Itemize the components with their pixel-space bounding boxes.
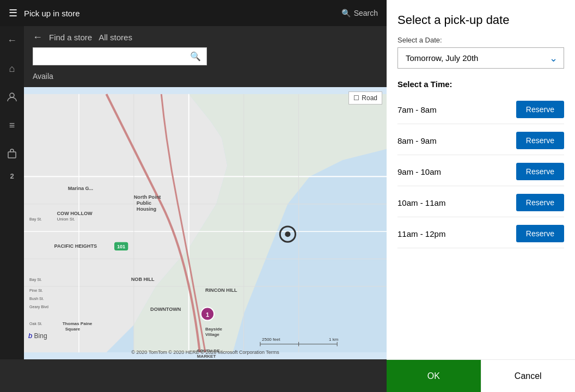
right-panel: Select a pick-up date Select a Date: Tom… — [387, 0, 575, 392]
reserve-button-1[interactable]: Reserve — [516, 132, 564, 149]
svg-text:Bush St.: Bush St. — [29, 297, 44, 301]
reserve-button-0[interactable]: Reserve — [516, 101, 564, 118]
panel-footer: OK Cancel — [387, 359, 575, 392]
search-label: Search — [354, 9, 378, 17]
map-container: 101 Marina G... COW HOLLOW Union St. PAC… — [24, 87, 387, 359]
map-attribution: © 2020 TomTom © 2020 HERE © 2020 Microso… — [24, 350, 387, 355]
svg-text:PACIFIC HEIGHTS: PACIFIC HEIGHTS — [54, 243, 97, 249]
reserve-button-3[interactable]: Reserve — [516, 194, 564, 211]
svg-text:Union St.: Union St. — [57, 217, 75, 222]
time-slot-2: 9am - 10am Reserve — [397, 157, 564, 186]
time-slot-0: 7am - 8am Reserve — [397, 95, 564, 124]
map-background: 101 Marina G... COW HOLLOW Union St. PAC… — [24, 87, 387, 359]
app-title: Pick up in store — [24, 9, 335, 18]
svg-text:Housing: Housing — [137, 206, 156, 212]
map-road-control[interactable]: ☐ Road — [348, 91, 382, 105]
svg-text:North Point: North Point — [134, 194, 161, 200]
date-label: Select a Date: — [397, 36, 564, 44]
time-slot-4-text: 11am - 12pm — [397, 229, 445, 238]
svg-text:Village: Village — [205, 332, 219, 337]
ok-button[interactable]: OK — [387, 360, 481, 392]
main-content: ← ⌂ ≡ 2 ← — [0, 26, 387, 359]
all-stores-link[interactable]: All stores — [99, 33, 132, 42]
svg-text:COW HOLLOW: COW HOLLOW — [57, 211, 93, 216]
svg-text:Bay St.: Bay St. — [29, 217, 42, 222]
time-section-label: Select a Time: — [397, 79, 564, 89]
store-search-icon: 🔍 — [190, 51, 201, 62]
svg-text:Marina G...: Marina G... — [68, 186, 93, 191]
svg-text:2500 feet: 2500 feet — [262, 337, 280, 342]
time-slot-4: 11am - 12pm Reserve — [397, 219, 564, 248]
svg-text:Geary Blvd: Geary Blvd — [29, 305, 48, 309]
bing-icon: b — [28, 332, 32, 340]
time-slot-3: 10am - 11am Reserve — [397, 188, 564, 217]
bing-logo: b Bing — [28, 332, 47, 340]
bing-text: Bing — [34, 332, 47, 340]
nav-links: Find a store All stores — [49, 33, 132, 42]
svg-text:1: 1 — [206, 311, 209, 318]
date-select[interactable]: Tomorrow, July 20th — [397, 47, 564, 69]
time-slots-list: 7am - 8am Reserve 8am - 9am Reserve 9am … — [397, 95, 564, 362]
time-slot-2-text: 9am - 10am — [397, 167, 441, 176]
cancel-button[interactable]: Cancel — [481, 360, 576, 392]
find-store-link[interactable]: Find a store — [49, 33, 92, 42]
panel-title: Select a pick-up date — [397, 13, 564, 27]
sidebar-count: 2 — [10, 172, 14, 180]
svg-text:Square: Square — [65, 327, 81, 332]
store-header: ← Find a store All stores 🔍 Availa — [24, 26, 387, 87]
svg-text:1 km: 1 km — [329, 337, 339, 342]
left-panel: ☰ Pick up in store 🔍 Search ← ⌂ ≡ — [0, 0, 387, 392]
svg-text:Pine St.: Pine St. — [29, 289, 43, 292]
svg-point-45 — [285, 231, 290, 237]
svg-text:DOWNTOWN: DOWNTOWN — [150, 307, 181, 312]
svg-text:Bay St.: Bay St. — [29, 278, 42, 282]
svg-text:Thomas Paine: Thomas Paine — [63, 321, 93, 326]
sidebar-person[interactable] — [2, 87, 22, 107]
svg-text:RINCON HILL: RINCON HILL — [205, 287, 237, 293]
search-icon: 🔍 — [341, 9, 351, 17]
svg-text:LOWER HAIGHT: LOWER HAIGHT — [57, 359, 96, 359]
svg-rect-1 — [8, 152, 16, 158]
date-select-wrapper[interactable]: Tomorrow, July 20th ⌄ — [397, 47, 564, 69]
reserve-button-2[interactable]: Reserve — [516, 163, 564, 180]
sidebar-menu[interactable]: ≡ — [2, 115, 22, 135]
map-svg: 101 Marina G... COW HOLLOW Union St. PAC… — [24, 87, 387, 359]
time-slot-0-text: 7am - 8am — [397, 105, 437, 114]
time-slot-1: 8am - 9am Reserve — [397, 126, 564, 155]
available-label: Availa — [33, 70, 378, 83]
svg-text:Public: Public — [137, 200, 151, 206]
content-area: ← Find a store All stores 🔍 Availa — [24, 26, 387, 359]
sidebar: ← ⌂ ≡ 2 — [0, 26, 24, 359]
sidebar-back[interactable]: ← — [2, 30, 22, 50]
sidebar-home[interactable]: ⌂ — [2, 59, 22, 78]
road-label: Road — [362, 94, 377, 102]
hamburger-icon[interactable]: ☰ — [9, 7, 17, 19]
reserve-button-4[interactable]: Reserve — [516, 225, 564, 242]
svg-point-0 — [10, 93, 14, 97]
svg-text:Oak St.: Oak St. — [29, 322, 42, 326]
svg-text:101: 101 — [117, 244, 125, 249]
store-nav: ← Find a store All stores — [33, 32, 378, 43]
search-area: 🔍 Search — [341, 9, 378, 17]
time-slot-1-text: 8am - 9am — [397, 136, 437, 145]
time-slot-3-text: 10am - 11am — [397, 198, 445, 207]
sidebar-bag[interactable] — [2, 144, 22, 163]
top-bar: ☰ Pick up in store 🔍 Search — [0, 0, 387, 26]
bottom-bar — [0, 359, 387, 392]
store-search-input[interactable] — [39, 52, 190, 61]
store-search-bar[interactable]: 🔍 — [33, 47, 207, 65]
checkbox-icon: ☐ — [353, 94, 359, 102]
back-button[interactable]: ← — [33, 32, 42, 43]
svg-text:Bayside: Bayside — [205, 327, 222, 332]
svg-text:NOB HILL: NOB HILL — [131, 277, 155, 282]
